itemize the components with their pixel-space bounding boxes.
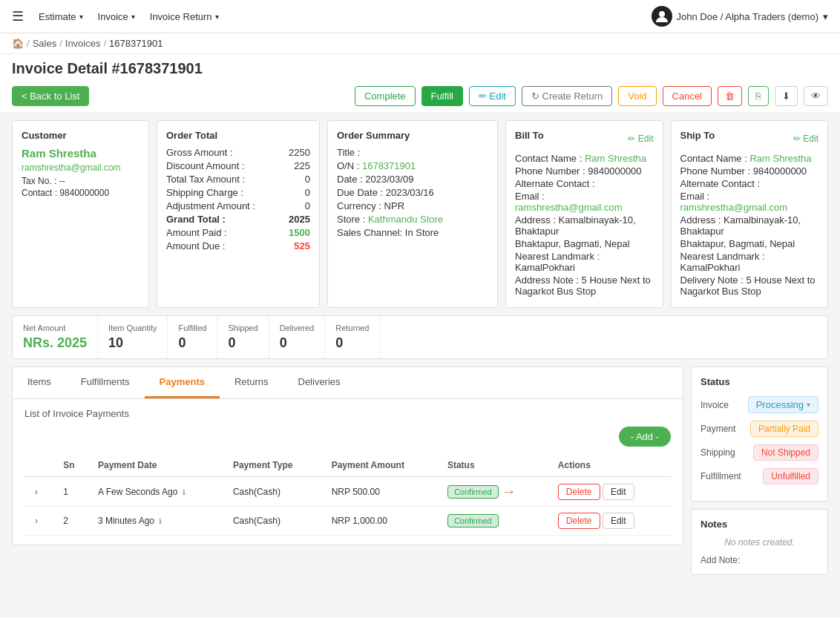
content-left: Items Fulfillments Payments Returns Deli… [12, 366, 683, 575]
nav-estimate[interactable]: Estimate ▾ [39, 11, 83, 22]
col-payment-type: Payment Type [226, 454, 324, 477]
breadcrumb-sales[interactable]: Sales [33, 38, 57, 49]
void-button[interactable]: Void [618, 86, 656, 106]
fulfillment-status-badge: Unfulfilled [763, 468, 818, 484]
delete-payment-1-button[interactable]: Delete [558, 484, 600, 500]
status-title: Status [700, 376, 818, 387]
payment-status-label: Payment [700, 424, 735, 434]
tab-fulfillments[interactable]: Fulfillments [66, 367, 145, 398]
expand-row-1[interactable]: › [32, 487, 41, 497]
tab-returns[interactable]: Returns [220, 367, 283, 398]
add-payment-button[interactable]: - Add - [619, 427, 671, 447]
fulfill-button[interactable]: Fulfill [421, 86, 463, 106]
amount-paid-value: 1500 [289, 227, 310, 238]
create-return-button[interactable]: ↻ Create Return [522, 86, 612, 106]
cancel-button[interactable]: Cancel [663, 86, 712, 106]
returned-stat: Returned 0 [325, 316, 380, 358]
customer-email: ramshrestha@gmail.com [22, 162, 140, 173]
stats-row: Net Amount NRs. 2025 Item Quantity 10 Fu… [12, 315, 828, 359]
bill-to-card: Bill To ✏ Edit Contact Name : Ram Shrest… [505, 120, 663, 308]
fulfilled-stat: Fulfilled 0 [168, 316, 217, 358]
shipped-stat: Shipped 0 [217, 316, 269, 358]
col-expand [24, 454, 56, 477]
home-icon[interactable]: 🏠 [12, 38, 24, 49]
status-badge-2: Confirmed [447, 514, 499, 527]
edit-payment-2-button[interactable]: Edit [603, 513, 634, 529]
tab-items[interactable]: Items [13, 367, 66, 398]
page-title: Invoice Detail #1678371901 [12, 60, 828, 77]
shipping-row: Shipping Charge : 0 [166, 187, 310, 198]
col-payment-date: Payment Date [91, 454, 226, 477]
amount-due-row: Amount Due : 525 [166, 240, 310, 252]
complete-button[interactable]: Complete [355, 86, 416, 106]
gross-value: 2250 [289, 147, 310, 158]
add-note-label: Add Note: [700, 555, 818, 565]
shipping-status-badge: Not Shipped [753, 444, 818, 461]
breadcrumb: 🏠 / Sales / Invoices / 1678371901 [0, 33, 840, 54]
customer-card: Customer Ram Shrestha ramshrestha@gmail.… [12, 120, 149, 308]
table-row: › 2 3 Minutes Ago ℹ Cash(Cash) NRP 1,000… [24, 507, 671, 536]
delete-payment-2-button[interactable]: Delete [558, 513, 600, 529]
nav-invoice-return[interactable]: Invoice Return ▾ [150, 11, 219, 22]
expand-row-2[interactable]: › [32, 516, 41, 526]
user-area[interactable]: John Doe / Alpha Traders (demo) ▾ [652, 6, 829, 27]
amount-due-value: 525 [294, 240, 310, 252]
store-link[interactable]: Kathmandu Store [368, 214, 443, 225]
order-summary-card: Order Summary Title : O/N : 1678371901 D… [327, 120, 498, 308]
table-header-row: Sn Payment Date Payment Type Payment Amo… [24, 454, 671, 477]
notes-title: Notes [700, 519, 818, 530]
edit-button[interactable]: ✏ Edit [469, 86, 516, 106]
notes-card: Notes No notes created. Add Note: [691, 509, 828, 575]
status-card: Status Invoice Processing ▾ Payment Part… [691, 366, 828, 502]
tax-row: Total Tax Amount : 0 [166, 174, 310, 185]
customer-name: Ram Shrestha [22, 147, 140, 160]
breadcrumb-invoice-id: 1678371901 [109, 38, 163, 49]
list-title: List of Invoice Payments [24, 408, 671, 419]
tab-deliveries[interactable]: Deliveries [283, 367, 355, 398]
col-sn: Sn [56, 454, 91, 477]
tab-payments[interactable]: Payments [145, 367, 220, 398]
chevron-down-icon: ▾ [79, 13, 83, 21]
hamburger-icon[interactable]: ☰ [12, 8, 24, 24]
gross-label: Gross Amount : [166, 147, 233, 158]
gross-amount-row: Gross Amount : 2250 [166, 147, 310, 158]
nav-invoice[interactable]: Invoice ▾ [98, 11, 135, 22]
table-row: › 1 A Few Seconds Ago ℹ Cash(Cash) NRP 5… [24, 477, 671, 507]
copy-icon-button[interactable]: ⎘ [748, 86, 769, 106]
info-icon: ℹ [183, 488, 186, 496]
content-area: Items Fulfillments Payments Returns Deli… [0, 359, 840, 582]
order-total-card: Order Total Gross Amount : 2250 Discount… [157, 120, 320, 308]
discount-row: Discount Amount : 225 [166, 160, 310, 171]
invoice-status-label: Invoice [700, 400, 729, 410]
chevron-down-icon: ▾ [807, 401, 810, 409]
arrow-right-icon: → [502, 483, 516, 500]
page-title-bar: Invoice Detail #1678371901 [0, 54, 840, 80]
ship-to-edit-button[interactable]: ✏ Edit [793, 134, 818, 144]
order-summary-title: Order Summary [337, 130, 488, 141]
delete-icon-button[interactable]: 🗑 [718, 86, 742, 106]
edit-payment-1-button[interactable]: Edit [603, 484, 634, 500]
payment-status-badge: Partially Paid [750, 421, 818, 437]
tabs-section: Items Fulfillments Payments Returns Deli… [12, 366, 683, 545]
ship-to-card: Ship To ✏ Edit Contact Name : Ram Shrest… [671, 120, 829, 308]
avatar [652, 6, 672, 27]
eye-icon-button[interactable]: 👁 [804, 86, 828, 106]
customer-tax: Tax No. : -- [22, 176, 140, 186]
bill-to-edit-button[interactable]: ✏ Edit [628, 134, 653, 144]
invoice-status-badge[interactable]: Processing ▾ [748, 396, 818, 413]
col-payment-amount: Payment Amount [324, 454, 440, 477]
item-quantity-stat: Item Quantity 10 [98, 316, 168, 358]
back-to-list-button[interactable]: < Back to List [12, 86, 89, 106]
action-bar: < Back to List Complete Fulfill ✏ Edit ↻… [0, 80, 840, 113]
download-icon-button[interactable]: ⬇ [775, 86, 798, 106]
amount-paid-row: Amount Paid : 1500 [166, 227, 310, 238]
svg-point-0 [659, 11, 665, 17]
chevron-down-icon: ▾ [823, 11, 828, 22]
breadcrumb-invoices[interactable]: Invoices [65, 38, 101, 49]
grand-total-row: Grand Total : 2025 [166, 214, 310, 225]
payment-table: Sn Payment Date Payment Type Payment Amo… [24, 454, 671, 536]
top-nav: ☰ Estimate ▾ Invoice ▾ Invoice Return ▾ … [0, 0, 840, 33]
user-name: John Doe / Alpha Traders (demo) [677, 11, 819, 22]
header-cards: Customer Ram Shrestha ramshrestha@gmail.… [0, 113, 840, 308]
col-status: Status [440, 454, 551, 477]
